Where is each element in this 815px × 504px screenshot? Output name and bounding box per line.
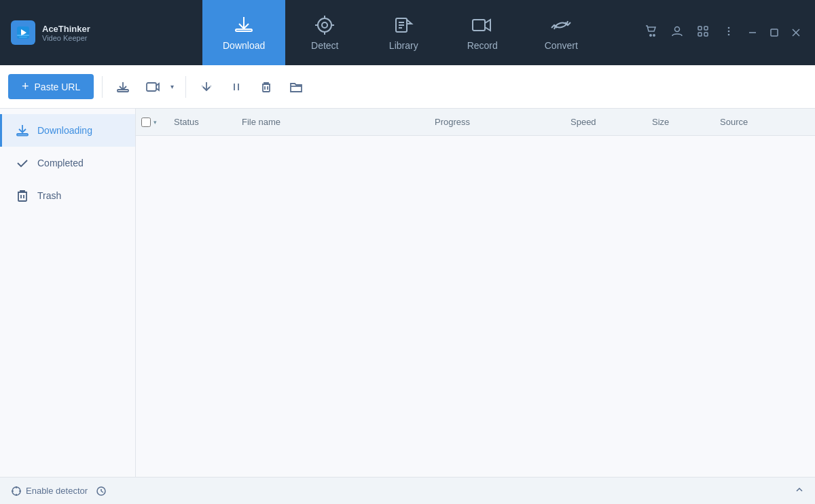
app-name-top: AceThinker: [42, 24, 90, 34]
sidebar-item-downloading[interactable]: Downloading: [0, 114, 135, 147]
svg-rect-2: [17, 35, 29, 36]
svg-point-7: [322, 22, 327, 28]
account-icon[interactable]: [667, 22, 687, 43]
tab-record[interactable]: Record: [443, 0, 522, 65]
tab-detect-label: Detect: [311, 40, 338, 51]
toolbar-divider-1: [102, 76, 103, 98]
main-content: Downloading Completed Trash ▾: [0, 109, 815, 477]
video-format-dropdown[interactable]: ▾: [166, 75, 177, 99]
select-all-checkbox[interactable]: [141, 118, 151, 127]
video-format-group: ▾: [141, 75, 177, 99]
enable-detector-label: Enable detector: [26, 486, 88, 496]
svg-rect-38: [263, 84, 270, 92]
svg-point-6: [318, 18, 331, 32]
th-status: Status: [168, 117, 236, 127]
paste-url-plus-icon: +: [22, 79, 29, 94]
app-logo-icon: [11, 20, 35, 45]
minimize-button[interactable]: [744, 24, 761, 41]
tab-convert-label: Convert: [545, 40, 578, 51]
svg-rect-3: [19, 37, 27, 38]
th-size: Size: [647, 117, 714, 127]
title-bar: AceThinker Video Keeper Download De: [0, 0, 815, 65]
paste-url-button[interactable]: + Paste URL: [8, 74, 94, 99]
sidebar: Downloading Completed Trash: [0, 109, 136, 477]
th-progress: Progress: [429, 117, 565, 127]
th-filename: File name: [236, 117, 429, 127]
svg-rect-17: [473, 20, 485, 31]
toolbar: + Paste URL ▾: [0, 65, 815, 109]
svg-rect-43: [18, 192, 26, 201]
svg-point-19: [653, 35, 655, 36]
svg-marker-13: [407, 20, 412, 24]
svg-rect-21: [698, 26, 702, 30]
bottom-bar: Enable detector: [0, 477, 815, 504]
window-controls: [630, 22, 815, 43]
svg-rect-34: [147, 83, 156, 91]
svg-line-53: [101, 491, 103, 492]
open-folder-button[interactable]: [284, 75, 308, 99]
th-speed: Speed: [565, 117, 647, 127]
svg-point-18: [650, 35, 651, 36]
svg-rect-4: [236, 29, 252, 31]
toolbar-divider-2: [185, 76, 186, 98]
download-to-local-button[interactable]: [111, 75, 135, 99]
tab-detect[interactable]: Detect: [285, 0, 364, 65]
video-format-button[interactable]: [141, 75, 165, 99]
th-checkbox[interactable]: ▾: [141, 118, 168, 127]
delete-button[interactable]: [254, 75, 278, 99]
svg-rect-29: [771, 29, 778, 36]
expand-button[interactable]: [795, 485, 804, 497]
tab-record-label: Record: [467, 40, 498, 51]
sidebar-downloading-label: Downloading: [37, 125, 92, 136]
th-dropdown-arrow[interactable]: ▾: [153, 119, 157, 126]
svg-point-20: [675, 27, 680, 32]
close-button[interactable]: [788, 24, 804, 41]
cart-icon[interactable]: [641, 22, 662, 43]
svg-rect-42: [17, 134, 28, 136]
table-header: ▾ Status File name Progress Speed Size S…: [136, 109, 815, 136]
sidebar-trash-label: Trash: [37, 190, 61, 201]
tab-convert[interactable]: Convert: [522, 0, 600, 65]
svg-point-27: [728, 34, 730, 36]
tab-download-label: Download: [223, 40, 265, 51]
app-logo: AceThinker Video Keeper: [0, 20, 202, 45]
sidebar-item-trash[interactable]: Trash: [0, 179, 135, 212]
app-name: AceThinker Video Keeper: [42, 24, 90, 42]
app-name-bottom: Video Keeper: [42, 34, 90, 42]
table-area: ▾ Status File name Progress Speed Size S…: [136, 109, 815, 477]
enable-detector-item[interactable]: Enable detector: [11, 486, 88, 497]
sidebar-completed-label: Completed: [37, 158, 84, 168]
grid-icon[interactable]: [693, 22, 713, 43]
download-all-button[interactable]: [194, 75, 219, 99]
pause-resume-button[interactable]: [224, 75, 249, 99]
th-source: Source: [714, 117, 810, 127]
svg-rect-23: [698, 33, 702, 36]
clock-icon-item[interactable]: [96, 486, 107, 497]
more-icon[interactable]: [719, 22, 739, 43]
paste-url-label: Paste URL: [35, 82, 81, 92]
nav-tabs: Download Detect Library: [202, 0, 630, 65]
svg-point-25: [728, 27, 730, 29]
svg-rect-22: [704, 26, 708, 30]
table-body: [136, 136, 815, 477]
maximize-button[interactable]: [766, 24, 782, 41]
svg-rect-24: [704, 33, 708, 36]
sidebar-item-completed[interactable]: Completed: [0, 147, 135, 179]
tab-download[interactable]: Download: [202, 0, 285, 65]
tab-library-label: Library: [389, 40, 418, 51]
tab-library[interactable]: Library: [364, 0, 443, 65]
svg-point-26: [728, 31, 730, 33]
